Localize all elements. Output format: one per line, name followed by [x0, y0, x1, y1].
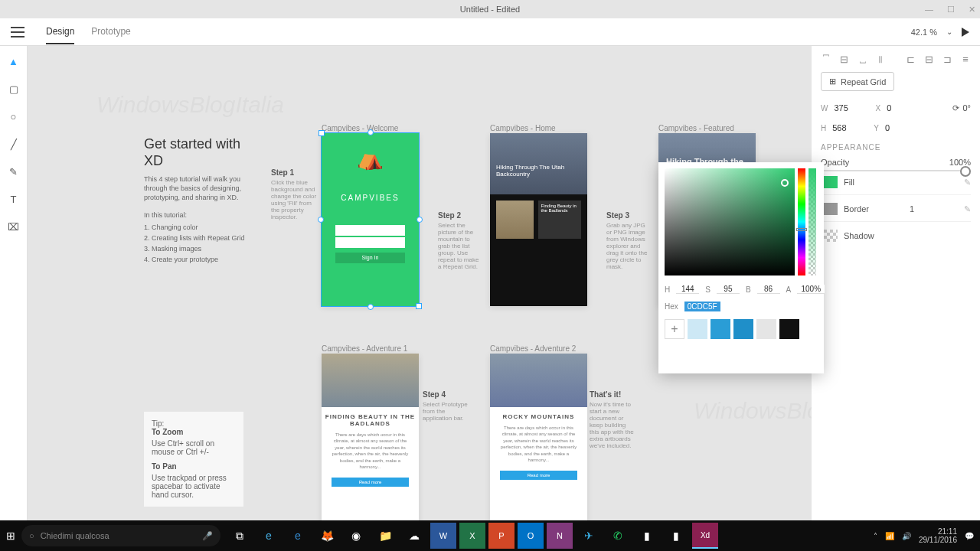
rectangle-tool-icon[interactable]: ▢: [8, 83, 20, 95]
app-icon[interactable]: ▮: [634, 523, 660, 549]
onenote-icon[interactable]: N: [547, 523, 573, 549]
zoom-level[interactable]: 42.1 %: [911, 28, 937, 37]
grid-icon: ⊞: [829, 77, 836, 86]
color-picker[interactable]: H S B A Hex 0CDC5F +: [658, 162, 824, 373]
align-top-icon[interactable]: ⎴: [821, 54, 831, 64]
alpha-slider[interactable]: [808, 168, 816, 276]
readmore-button: Read more: [500, 471, 578, 480]
explorer-icon[interactable]: 📁: [372, 523, 398, 549]
artboard-adventure1[interactable]: FINDING BEAUTY IN THE BADLANDS There are…: [322, 354, 419, 520]
play-icon[interactable]: [962, 28, 969, 37]
ellipse-tool-icon[interactable]: ○: [8, 110, 20, 122]
step-1: Step 1Click the blue background and chan…: [271, 168, 317, 220]
tray-up-icon[interactable]: ˄: [874, 532, 877, 540]
tent-icon: ⛺: [357, 145, 384, 171]
pencil-icon[interactable]: ✎: [964, 178, 971, 187]
color-gradient[interactable]: [665, 168, 795, 276]
artboard-adventure2[interactable]: ROCKY MOUNTAINS There are days which occ…: [490, 354, 587, 520]
artboard-label[interactable]: Campvibes - Adventure 1: [322, 344, 407, 353]
opacity-slider[interactable]: [821, 170, 971, 171]
line-tool-icon[interactable]: ╱: [8, 138, 20, 150]
tutorial-desc: This 4 step tutorial will walk you throu…: [144, 175, 250, 202]
bright-input[interactable]: [757, 285, 780, 294]
color-swatch[interactable]: [710, 319, 730, 339]
border-width[interactable]: 1: [910, 204, 914, 214]
chrome-icon[interactable]: ◉: [343, 523, 369, 549]
minimize-icon[interactable]: —: [925, 5, 933, 15]
artboard-label[interactable]: Campvibes - Adventure 2: [490, 344, 576, 353]
tab-design[interactable]: Design: [46, 26, 74, 44]
step-2: Step 2Select the picture of the mountain…: [438, 211, 484, 270]
add-swatch-button[interactable]: +: [665, 319, 684, 339]
rotate-icon[interactable]: ⟳: [952, 103, 959, 113]
properties-panel: ⎴ ⊟ ⎵ ⫴ ⊏ ⊟ ⊐ ≡ ⊞ Repeat Grid W X ⟳0° H …: [812, 46, 980, 520]
excel-icon[interactable]: X: [459, 523, 485, 549]
artboard-home[interactable]: Hiking Through The Utah Backcountry Find…: [490, 133, 587, 306]
tab-prototype[interactable]: Prototype: [91, 26, 130, 38]
pencil-icon[interactable]: ✎: [964, 204, 971, 214]
watermark: WindowsBlogItalia: [96, 92, 284, 118]
width-input[interactable]: [832, 102, 871, 114]
close-icon[interactable]: ✕: [969, 5, 975, 15]
sat-input[interactable]: [717, 285, 740, 294]
outlook-icon[interactable]: O: [518, 523, 544, 549]
password-input: [335, 237, 405, 248]
select-tool-icon[interactable]: ▲: [8, 55, 20, 67]
color-swatch[interactable]: [688, 319, 707, 339]
alpha-input[interactable]: [797, 285, 825, 294]
whatsapp-icon[interactable]: ✆: [605, 523, 631, 549]
menu-icon[interactable]: [11, 27, 24, 37]
align-center-icon[interactable]: ⊟: [924, 54, 935, 64]
taskview-icon[interactable]: ⧉: [227, 523, 253, 549]
hex-value[interactable]: 0CDC5F: [684, 302, 720, 311]
taskbar[interactable]: ⊞ ○ Chiedimi qualcosa 🎤 ⧉ e e 🦊 ◉ 📁 ☁ W …: [0, 520, 980, 551]
distribute-v-icon[interactable]: ⫴: [875, 54, 886, 64]
start-icon[interactable]: ⊞: [6, 530, 15, 542]
artboard-label[interactable]: Campvibes - Featured: [658, 124, 734, 132]
align-bottom-icon[interactable]: ⎵: [858, 54, 868, 64]
ie-icon[interactable]: e: [256, 523, 282, 549]
pen-tool-icon[interactable]: ✎: [8, 165, 20, 178]
maximize-icon[interactable]: ☐: [947, 5, 955, 15]
chevron-down-icon[interactable]: ⌄: [946, 28, 952, 36]
hue-input[interactable]: [676, 285, 699, 294]
clock[interactable]: 21:11 29/11/2016: [919, 527, 957, 544]
powerpoint-icon[interactable]: P: [488, 523, 514, 549]
align-right-icon[interactable]: ⊐: [942, 54, 952, 64]
height-input[interactable]: [831, 122, 869, 134]
tutorial-intro: In this tutorial:: [144, 211, 250, 219]
step-4: Step 4Select Prototype from the applicat…: [423, 390, 469, 422]
wifi-icon[interactable]: 📶: [885, 532, 894, 540]
align-middle-icon[interactable]: ⊟: [839, 54, 850, 64]
text-tool-icon[interactable]: T: [8, 193, 20, 205]
hue-slider[interactable]: [798, 168, 805, 276]
app-icon[interactable]: ▮: [663, 523, 689, 549]
xd-icon[interactable]: Xd: [692, 523, 718, 549]
step-done: That's it!Now it's time to start a new d…: [590, 390, 635, 449]
tips-panel: Tip: To Zoom Use Ctrl+ scroll on mouse o…: [144, 412, 243, 507]
volume-icon[interactable]: 🔊: [902, 532, 911, 540]
y-input[interactable]: [884, 122, 922, 134]
edge-icon[interactable]: e: [285, 523, 311, 549]
readmore-button: Read more: [332, 478, 410, 487]
color-swatch[interactable]: [779, 319, 799, 339]
watermark: WindowsBlogItalia: [694, 398, 812, 424]
repeat-grid-button[interactable]: ⊞ Repeat Grid: [821, 72, 894, 91]
mic-icon[interactable]: 🎤: [202, 531, 213, 541]
word-icon[interactable]: W: [430, 523, 456, 549]
artboard-tool-icon[interactable]: ⌧: [8, 220, 20, 233]
firefox-icon[interactable]: 🦊: [314, 523, 340, 549]
artboard-label[interactable]: Campvibes - Home: [490, 124, 556, 132]
artboard-label[interactable]: Campvibes - Welcome: [322, 124, 398, 132]
artboard-welcome[interactable]: ⛺ CAMPVIBES Sign In: [322, 133, 419, 306]
distribute-h-icon[interactable]: ≡: [960, 54, 971, 64]
align-left-icon[interactable]: ⊏: [906, 54, 916, 64]
telegram-icon[interactable]: ✈: [576, 523, 602, 549]
color-swatch[interactable]: [733, 319, 753, 339]
tutorial-title: Get started with XD: [144, 136, 250, 169]
notification-icon[interactable]: 💬: [965, 532, 974, 540]
onedrive-icon[interactable]: ☁: [401, 523, 427, 549]
cortana-search[interactable]: ○ Chiedimi qualcosa 🎤: [21, 525, 220, 546]
x-input[interactable]: [885, 102, 923, 114]
color-swatch[interactable]: [756, 319, 776, 339]
